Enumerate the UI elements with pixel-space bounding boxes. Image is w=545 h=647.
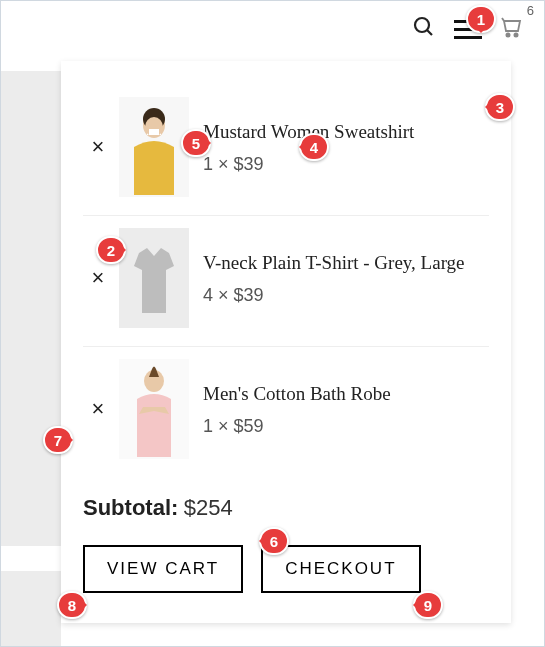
cart-item: × V-neck Plain T-Shirt - Grey, Large 4 ×… bbox=[83, 216, 489, 347]
subtotal-row: Subtotal: $254 bbox=[83, 477, 489, 531]
cart-count-badge: 6 bbox=[527, 3, 534, 18]
product-thumbnail[interactable] bbox=[119, 359, 189, 459]
cart-item-info: V-neck Plain T-Shirt - Grey, Large 4 × $… bbox=[203, 250, 489, 307]
product-title[interactable]: V-neck Plain T-Shirt - Grey, Large bbox=[203, 250, 489, 276]
annotation-marker: 4 bbox=[299, 133, 329, 161]
annotation-marker: 5 bbox=[181, 129, 211, 157]
annotation-marker: 9 bbox=[413, 591, 443, 619]
annotation-marker: 3 bbox=[485, 93, 515, 121]
svg-point-2 bbox=[506, 33, 509, 36]
svg-point-3 bbox=[514, 33, 517, 36]
annotation-marker: 2 bbox=[96, 236, 126, 264]
cart-item: × Mustard Women Sweatshirt 1 × $39 bbox=[83, 85, 489, 216]
remove-item-button[interactable]: × bbox=[83, 134, 113, 160]
cart-buttons: VIEW CART CHECKOUT bbox=[83, 545, 489, 593]
search-icon[interactable] bbox=[412, 15, 436, 43]
product-qty-price: 1 × $39 bbox=[203, 154, 489, 175]
background-strip bbox=[1, 71, 61, 546]
product-title[interactable]: Men's Cotton Bath Robe bbox=[203, 381, 489, 407]
svg-line-1 bbox=[427, 30, 432, 35]
remove-item-button[interactable]: × bbox=[83, 396, 113, 422]
cart-item-info: Men's Cotton Bath Robe 1 × $59 bbox=[203, 381, 489, 438]
cart-item: × Men's Cotton Bath Robe 1 × $59 bbox=[83, 347, 489, 477]
product-thumbnail[interactable] bbox=[119, 97, 189, 197]
svg-point-0 bbox=[415, 18, 429, 32]
subtotal-label: Subtotal: bbox=[83, 495, 178, 520]
annotation-marker: 6 bbox=[259, 527, 289, 555]
top-bar: 6 bbox=[1, 1, 544, 57]
checkout-button[interactable]: CHECKOUT bbox=[261, 545, 420, 593]
remove-item-button[interactable]: × bbox=[83, 265, 113, 291]
annotation-marker: 1 bbox=[466, 5, 496, 33]
product-qty-price: 1 × $59 bbox=[203, 416, 489, 437]
cart-icon[interactable]: 6 bbox=[500, 15, 524, 43]
product-thumbnail[interactable] bbox=[119, 228, 189, 328]
annotation-marker: 8 bbox=[57, 591, 87, 619]
product-title[interactable]: Mustard Women Sweatshirt bbox=[203, 119, 489, 145]
background-strip bbox=[1, 571, 61, 647]
view-cart-button[interactable]: VIEW CART bbox=[83, 545, 243, 593]
product-qty-price: 4 × $39 bbox=[203, 285, 489, 306]
annotation-marker: 7 bbox=[43, 426, 73, 454]
cart-item-info: Mustard Women Sweatshirt 1 × $39 bbox=[203, 119, 489, 176]
svg-rect-9 bbox=[149, 129, 159, 135]
subtotal-value: $254 bbox=[184, 495, 233, 520]
